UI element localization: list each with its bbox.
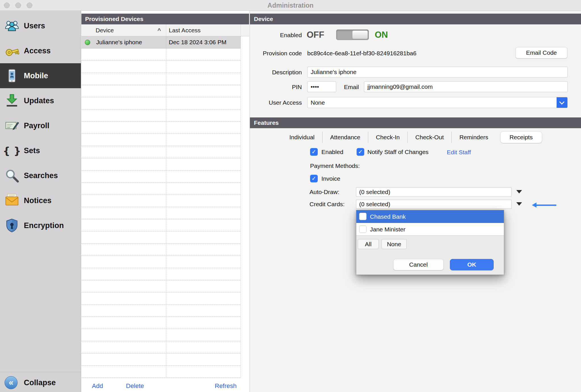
table-row-empty bbox=[81, 207, 241, 219]
devices-actions-bar: Add Delete Refresh bbox=[81, 378, 249, 392]
table-row-empty bbox=[81, 61, 241, 73]
option-checkbox[interactable] bbox=[359, 213, 367, 220]
enabled-checkbox-label: Enabled bbox=[321, 149, 343, 155]
key-icon bbox=[4, 43, 20, 59]
column-device[interactable]: Device bbox=[96, 27, 114, 34]
sort-ascending-icon[interactable]: ^ bbox=[157, 27, 161, 34]
features-header: Features bbox=[250, 117, 581, 128]
device-panel: Device Enabled OFF ON Provision code bc8… bbox=[250, 11, 581, 392]
braces-icon: { } bbox=[4, 143, 20, 159]
chevron-down-icon bbox=[559, 99, 564, 104]
tab-check-out[interactable]: Check-Out bbox=[407, 132, 451, 143]
description-field[interactable] bbox=[307, 67, 568, 77]
select-all-button[interactable]: All bbox=[358, 239, 379, 249]
sidebar-item-label: Notices bbox=[24, 196, 52, 205]
auto-draw-caret-icon[interactable] bbox=[516, 190, 522, 193]
scrollbar-track[interactable] bbox=[241, 36, 241, 378]
description-label: Description bbox=[250, 69, 302, 75]
sidebar-item-access[interactable]: Access bbox=[0, 38, 81, 63]
table-column-header: Device ^ Last Access bbox=[81, 24, 249, 36]
user-access-dropdown-button[interactable] bbox=[557, 97, 567, 108]
sidebar-item-label: Sets bbox=[24, 146, 40, 155]
cancel-button[interactable]: Cancel bbox=[393, 259, 444, 270]
toggle-knob bbox=[352, 30, 368, 39]
sidebar-item-payroll[interactable]: Payroll bbox=[0, 113, 81, 138]
administration-window: Administration Users Access Mobile bbox=[0, 0, 581, 392]
collapse-icon: « bbox=[5, 376, 18, 389]
option-checkbox[interactable] bbox=[359, 225, 367, 233]
pin-label: PIN bbox=[250, 84, 302, 90]
popup-option-chased-bank[interactable]: Chased Bank bbox=[356, 210, 504, 223]
table-row-empty bbox=[81, 219, 241, 231]
credit-cards-select[interactable]: (0 selected) bbox=[356, 200, 511, 209]
envelope-icon bbox=[4, 193, 20, 208]
table-row-empty bbox=[81, 158, 241, 170]
sidebar-item-users[interactable]: Users bbox=[0, 13, 81, 38]
invoice-checkbox[interactable]: ✓ bbox=[310, 175, 318, 182]
sidebar-item-label: Searches bbox=[24, 171, 58, 180]
collapse-button[interactable]: « Collapse bbox=[0, 373, 81, 392]
notify-staff-checkbox[interactable]: ✓ bbox=[357, 148, 364, 156]
provision-code-value: bc89c4ce-6ea8-11ef-bf30-824916281ba6 bbox=[307, 50, 416, 56]
ok-button[interactable]: OK bbox=[450, 259, 494, 270]
notify-staff-label: Notify Staff of Changes bbox=[367, 149, 429, 155]
table-row-empty bbox=[81, 231, 241, 244]
popup-option-jane-minister[interactable]: Jane Minister bbox=[356, 223, 504, 236]
table-row-selected[interactable]: Julianne's iphone Dec 18 2024 3:06 PM bbox=[81, 36, 241, 49]
auto-draw-select[interactable]: (0 selected) bbox=[356, 187, 511, 197]
magnifier-icon bbox=[4, 168, 20, 184]
sidebar-item-mobile[interactable]: Mobile bbox=[0, 63, 81, 88]
table-row-empty bbox=[81, 134, 241, 146]
sidebar-item-notices[interactable]: Notices bbox=[0, 188, 81, 213]
table-row-empty bbox=[81, 183, 241, 195]
sidebar-item-updates[interactable]: Updates bbox=[0, 88, 81, 113]
devices-table: Julianne's iphone Dec 18 2024 3:06 PM bbox=[81, 36, 249, 378]
credit-cards-label: Credit Cards: bbox=[310, 201, 345, 207]
edit-staff-link[interactable]: Edit Staff bbox=[447, 149, 471, 156]
provision-code-label: Provision code bbox=[250, 50, 302, 56]
user-access-select[interactable]: None bbox=[307, 97, 568, 108]
table-row-empty bbox=[81, 268, 241, 280]
column-last-access[interactable]: Last Access bbox=[169, 27, 201, 34]
device-header: Device bbox=[250, 14, 581, 24]
enabled-checkbox[interactable]: ✓ bbox=[310, 148, 318, 156]
last-access-cell: Dec 18 2024 3:06 PM bbox=[169, 39, 226, 46]
enabled-toggle[interactable] bbox=[336, 29, 369, 40]
sidebar-item-label: Access bbox=[24, 47, 51, 55]
sidebar: Users Access Mobile Updates bbox=[0, 11, 81, 392]
credit-cards-caret-icon[interactable] bbox=[516, 202, 522, 206]
auto-draw-label: Auto-Draw: bbox=[310, 189, 339, 195]
sidebar-item-searches[interactable]: Searches bbox=[0, 163, 81, 188]
table-row-empty bbox=[81, 244, 241, 256]
table-row-empty bbox=[81, 195, 241, 207]
sidebar-item-label: Users bbox=[24, 22, 45, 30]
collapse-label: Collapse bbox=[24, 378, 56, 387]
email-code-button[interactable]: Email Code bbox=[515, 47, 567, 58]
sidebar-item-encryption[interactable]: Encryption bbox=[0, 213, 81, 238]
window-title: Administration bbox=[0, 0, 581, 11]
invoice-checkbox-label: Invoice bbox=[321, 176, 340, 182]
arrow-shaft bbox=[535, 205, 556, 206]
tab-attendance[interactable]: Attendance bbox=[322, 132, 368, 143]
option-label: Chased Bank bbox=[370, 210, 406, 223]
table-row-empty bbox=[81, 109, 241, 122]
tab-reminders[interactable]: Reminders bbox=[451, 132, 496, 143]
email-field[interactable] bbox=[364, 81, 568, 92]
column-divider bbox=[241, 24, 241, 36]
add-device-button[interactable]: Add bbox=[92, 382, 103, 390]
tab-check-in[interactable]: Check-In bbox=[368, 132, 407, 143]
delete-device-button[interactable]: Delete bbox=[126, 382, 144, 390]
toggle-on-label: ON bbox=[375, 29, 388, 40]
table-row-empty bbox=[81, 49, 241, 61]
check-pen-icon bbox=[4, 118, 20, 134]
sidebar-item-sets[interactable]: { } Sets bbox=[0, 138, 81, 163]
provisioned-devices-header: Provisioned Devices bbox=[81, 14, 249, 24]
tab-receipts[interactable]: Receipts bbox=[500, 132, 542, 143]
table-row-empty bbox=[81, 146, 241, 158]
table-row-empty bbox=[81, 97, 241, 109]
select-none-button[interactable]: None bbox=[382, 239, 407, 249]
tab-individual[interactable]: Individual bbox=[282, 132, 322, 143]
refresh-button[interactable]: Refresh bbox=[215, 382, 237, 390]
table-row-empty bbox=[81, 341, 241, 353]
table-row-empty bbox=[81, 292, 241, 305]
